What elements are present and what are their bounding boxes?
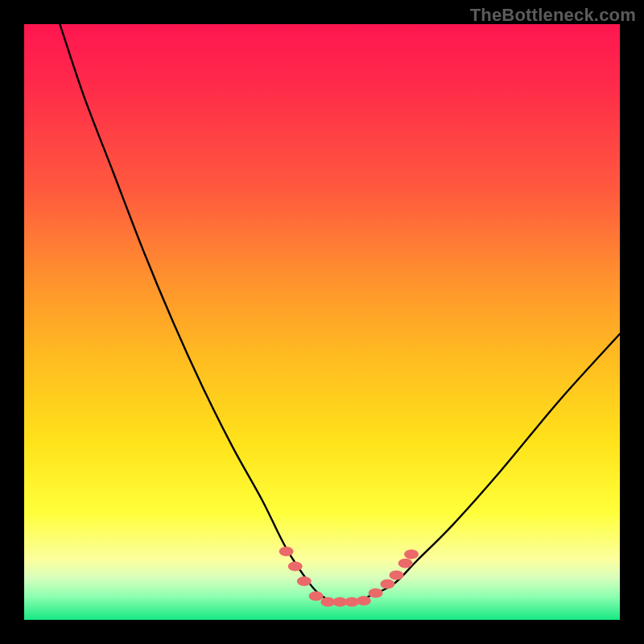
bottleneck-curve <box>60 24 620 602</box>
curve-marker <box>369 588 383 598</box>
curve-marker <box>380 580 394 589</box>
curve-marker <box>288 561 303 571</box>
curve-marker <box>390 571 404 580</box>
curve-marker <box>309 591 324 601</box>
curve-marker <box>357 596 371 605</box>
curve-marker <box>404 550 419 559</box>
plot-area <box>24 24 620 620</box>
curve-marker <box>279 547 294 556</box>
curve-marker <box>398 559 413 568</box>
attribution-text: TheBottleneck.com <box>470 5 636 26</box>
curve-marker <box>297 576 312 586</box>
outer-frame: TheBottleneck.com <box>0 0 644 644</box>
curve-markers <box>279 547 419 607</box>
chart-svg <box>24 24 620 620</box>
